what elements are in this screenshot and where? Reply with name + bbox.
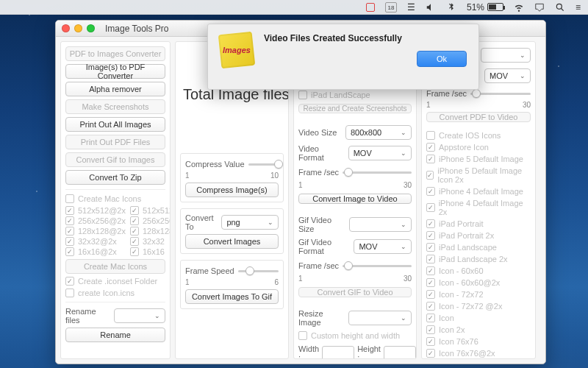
create-icns-checkbox[interactable]: create Icon.icns [65, 289, 165, 297]
convert-gif-to-images-button[interactable]: Convert Gif to Images [65, 152, 165, 167]
ios-iphone4-default-checkbox[interactable]: iPhone 4 Default Image [426, 187, 531, 196]
pdf-frame-sec-slider[interactable] [470, 88, 531, 99]
frame-speed-label: Frame Speed [185, 266, 234, 275]
ios-icon-76-checkbox[interactable]: Icon 76x76 [426, 337, 531, 346]
print-pdf-files-button[interactable]: Print Out PDF Files [65, 135, 165, 149]
size-32-2x-checkbox[interactable]: 32x32@2x [65, 237, 126, 246]
dialog-app-icon: Images [218, 32, 256, 69]
size-512-checkbox[interactable]: 512x512 [130, 206, 171, 215]
success-dialog: Images Video Files Created Successfully … [207, 24, 479, 90]
ios-icon-60-checkbox[interactable]: Icon - 60x60 [426, 266, 531, 275]
convert-gif-to-video-button[interactable]: Convert GIF to Video [298, 287, 412, 297]
ios-icon-2x-checkbox[interactable]: Icon 2x [426, 325, 531, 334]
calendar-icon[interactable]: 18 [385, 2, 397, 13]
convert-images-to-gif-button[interactable]: Convert Images To Gif [185, 289, 279, 304]
fast-user-switch-icon[interactable]: ☰ [407, 2, 415, 13]
video-format-select[interactable]: MOV⌄ [348, 146, 412, 160]
macos-menubar: 18 ☰ 51% ≡ [0, 0, 588, 15]
volume-icon[interactable] [426, 2, 436, 13]
battery-status[interactable]: 51% [467, 2, 503, 13]
ios-icon-72-2x-checkbox[interactable]: Icon - 72x72 @2x [426, 302, 531, 311]
gif-frame-sec-label: Frame /sec [298, 261, 339, 270]
print-all-images-button[interactable]: Print Out All Images [65, 117, 165, 132]
video-size-label: Video Size [298, 128, 337, 137]
width-input[interactable] [322, 346, 354, 359]
resize-image-select[interactable]: ⌄ [348, 311, 412, 325]
ios-icon-checkbox[interactable]: Icon [426, 314, 531, 322]
ios-icon-60-2x-checkbox[interactable]: Icon - 60x60@2x [426, 278, 531, 287]
size-256-checkbox[interactable]: 256x256 [130, 216, 171, 225]
gif-video-size-select[interactable]: ⌄ [349, 217, 412, 232]
ios-ipad-portrait-2x-checkbox[interactable]: iPad Portrait 2x [426, 231, 531, 240]
size-256-2x-checkbox[interactable]: 256x256@2x [65, 216, 126, 225]
make-screenshots-button[interactable]: Make Screenshots [65, 99, 165, 114]
pdf-frame-sec-label: Frame /sec [426, 89, 467, 98]
pdf-video-size-select[interactable]: ⌄ [481, 48, 531, 63]
ios-appstore-checkbox[interactable]: Appstore Icon [426, 143, 531, 152]
spotlight-icon[interactable] [555, 2, 565, 13]
create-ios-icons-checkbox[interactable]: Create IOS Icons [426, 131, 531, 140]
window-zoom-button[interactable] [87, 24, 95, 32]
images-to-pdf-button[interactable]: Image(s) to PDF Converter [65, 64, 165, 79]
size-16-checkbox[interactable]: 16x16 [130, 247, 171, 256]
size-128-2x-checkbox[interactable]: 128x128@2x [65, 227, 126, 236]
ios-iphone5-default-checkbox[interactable]: iPhone 5 Default Image [426, 155, 531, 163]
ios-iphone5-default-2x-checkbox[interactable]: iPhone 5 Default Image Icon 2x [426, 166, 531, 184]
ios-ipad-landscape-2x-checkbox[interactable]: iPad Landscape 2x [426, 255, 531, 263]
svg-point-0 [556, 4, 562, 9]
convert-to-label: Convert To [185, 213, 218, 231]
ios-ipad-portrait-checkbox[interactable]: iPad Portrait [426, 219, 531, 228]
pdf-to-images-button[interactable]: PDF to Images Converter [65, 46, 165, 61]
sidebar-tools-column: PDF to Images Converter Image(s) to PDF … [60, 41, 171, 359]
resize-image-label: Resize Image [298, 309, 345, 327]
video-size-select[interactable]: 800x800⌄ [345, 125, 412, 140]
video-frame-sec-label: Frame /sec [298, 168, 339, 177]
pdf-video-format-select[interactable]: MOV⌄ [484, 68, 531, 83]
menubar-extra-icon[interactable] [366, 3, 375, 12]
gif-video-format-select[interactable]: MOV⌄ [354, 239, 412, 254]
alpha-remover-button[interactable]: Alpha remover [65, 82, 165, 96]
size-512-2x-checkbox[interactable]: 512x512@2x [65, 206, 126, 215]
airplay-icon[interactable] [534, 2, 545, 13]
wifi-icon[interactable] [514, 2, 524, 13]
gif-frame-sec-slider[interactable] [343, 260, 412, 272]
convert-images-button[interactable]: Convert Images [185, 234, 279, 249]
compress-value-slider[interactable] [248, 158, 279, 170]
create-mac-icons-button[interactable]: Create Mac Icons [65, 259, 165, 274]
resize-create-screenshots-button[interactable]: Resize and Create Screenshots [298, 104, 412, 113]
compress-images-button[interactable]: Compress Image(s) [185, 183, 279, 197]
convert-to-select[interactable]: png⌄ [221, 215, 279, 230]
rename-button[interactable]: Rename [65, 328, 165, 342]
video-frame-sec-slider[interactable] [343, 166, 412, 178]
height-input[interactable] [384, 346, 416, 359]
ios-icon-72-checkbox[interactable]: Icon - 72x72 [426, 290, 531, 299]
ios-iphone4-default-2x-checkbox[interactable]: iPhone 4 Default Image 2x [426, 199, 531, 216]
ipad-landscape-checkbox[interactable]: iPad LandScape [298, 91, 412, 99]
dialog-title: Video Files Created Successfully [264, 33, 467, 43]
notification-center-icon[interactable]: ≡ [576, 2, 581, 13]
size-16-2x-checkbox[interactable]: 16x16@2x [65, 247, 126, 256]
custom-hw-checkbox[interactable]: Custom height and width [298, 331, 412, 340]
window-close-button[interactable] [62, 24, 70, 32]
dialog-ok-button[interactable]: Ok [417, 51, 467, 67]
window-title: Image Tools Pro [105, 24, 169, 34]
gif-video-format-label: Gif Video Format [298, 238, 350, 255]
convert-to-zip-button[interactable]: Convert To Zip [65, 170, 165, 185]
battery-icon [487, 3, 503, 11]
video-format-label: Video Format [298, 144, 345, 162]
compress-value-label: Compress Value [185, 160, 245, 169]
frame-speed-slider[interactable] [238, 265, 279, 277]
window-minimize-button[interactable] [74, 24, 82, 32]
convert-pdf-to-video-button[interactable]: Convert PDF to Video [426, 112, 531, 122]
rename-files-select[interactable]: ⌄ [114, 308, 165, 323]
ios-ipad-landscape-checkbox[interactable]: iPad Landscape [426, 243, 531, 252]
height-label: Height : [357, 344, 381, 359]
bluetooth-icon[interactable] [446, 2, 456, 13]
ios-icon-76-2x-checkbox[interactable]: Icon 76x76@2x [426, 349, 531, 358]
size-32-checkbox[interactable]: 32x32 [130, 237, 171, 246]
create-mac-icons-checkbox[interactable]: Create Mac Icons [65, 194, 165, 203]
convert-image-to-video-button[interactable]: Convert Image to Video [298, 194, 412, 204]
rename-files-label: Rename files [65, 307, 110, 325]
create-iconset-checkbox[interactable]: Create .iconset Folder [65, 277, 165, 286]
size-128-checkbox[interactable]: 128x128 [130, 227, 171, 236]
